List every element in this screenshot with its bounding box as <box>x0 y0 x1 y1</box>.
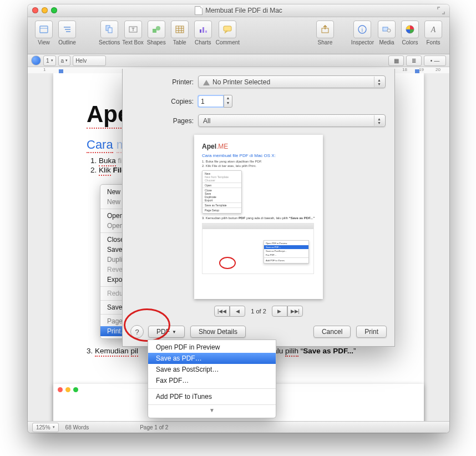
zoom-selector[interactable]: 125%▾ <box>32 423 59 432</box>
preview-nav-back: |◀◀ ◀ <box>214 306 245 317</box>
cancel-button[interactable]: Cancel <box>313 326 351 338</box>
menu-save-as-pdf[interactable]: Save as PDF… <box>148 353 276 364</box>
last-page-button[interactable]: ▶▶| <box>287 306 303 317</box>
warning-icon <box>203 80 210 85</box>
charts-icon <box>194 21 212 38</box>
svg-text:A: A <box>431 26 436 34</box>
toolbar-charts[interactable]: Charts <box>193 21 214 45</box>
show-details-button[interactable]: Show Details <box>190 326 246 338</box>
line-spacing-button[interactable]: ≣ <box>406 55 422 66</box>
list-button[interactable]: • — <box>424 55 446 66</box>
page-indicator: Page 1 of 2 <box>140 424 168 430</box>
menu-save-as-postscript[interactable]: Save as PostScript… <box>148 364 276 375</box>
print-preview: Apel.ME Cara membuat file PDF di Mac OS … <box>194 135 323 299</box>
toolbar-outline[interactable]: Outline <box>57 21 78 45</box>
preview-nav: |◀◀ ◀ 1 of 2 ▶ ▶▶| <box>194 306 323 317</box>
svg-point-10 <box>156 26 160 31</box>
printer-selector[interactable]: No Printer Selected ▲▼ <box>198 75 386 88</box>
styles-drawer-toggle[interactable] <box>31 55 41 65</box>
share-icon <box>316 21 334 38</box>
svg-rect-0 <box>40 26 48 33</box>
doc-page2-window-dots <box>58 387 78 392</box>
pdf-dropdown-button[interactable]: PDF▼ <box>148 326 185 338</box>
pages-selector[interactable]: All ▲▼ <box>198 114 386 127</box>
inspector-icon: i <box>353 21 371 38</box>
toolbar-colors[interactable]: Colors <box>399 21 421 45</box>
svg-text:T: T <box>131 27 135 32</box>
next-page-button[interactable]: ▶ <box>272 306 287 317</box>
toolbar-media[interactable]: Media <box>376 21 397 45</box>
table-icon <box>171 21 189 38</box>
sections-icon <box>100 21 118 38</box>
toolbar-sections[interactable]: Sections <box>99 21 120 45</box>
print-dialog: Printer: No Printer Selected ▲▼ Copies: … <box>122 69 395 347</box>
prev-page-button[interactable]: ◀ <box>230 306 245 317</box>
copies-stepper[interactable]: ▲▼ <box>224 95 232 108</box>
svg-rect-11 <box>176 26 184 33</box>
menu-fax-pdf[interactable]: Fax PDF… <box>148 375 276 386</box>
toolbar-view[interactable]: View <box>33 21 54 45</box>
svg-rect-18 <box>205 31 207 33</box>
pages-label: Pages: <box>131 117 198 125</box>
close-window-button[interactable] <box>32 7 38 13</box>
media-icon <box>378 21 396 38</box>
fonts-icon: A <box>424 21 442 38</box>
toolbar-textbox[interactable]: T Text Box <box>122 21 143 45</box>
menu-separator <box>148 388 276 389</box>
window-title-text: Membuat File PDF di Mac <box>205 7 282 14</box>
fullscreen-icon[interactable] <box>437 7 445 14</box>
svg-rect-16 <box>200 29 201 33</box>
window-controls <box>32 7 57 13</box>
toolbar-comment[interactable]: Comment <box>216 21 240 45</box>
toolbar-share[interactable]: Share <box>315 21 336 45</box>
line-spacing-selector[interactable]: 1 ▾ <box>43 55 56 66</box>
minimize-window-button[interactable] <box>42 7 48 13</box>
chevron-down-icon: ▼ <box>172 330 176 335</box>
textbox-icon: T <box>124 21 142 38</box>
copies-input[interactable] <box>198 95 224 107</box>
toolbar-inspector[interactable]: i Inspector <box>351 21 374 45</box>
colors-icon <box>401 21 419 38</box>
toolbar-fonts[interactable]: A Fonts <box>423 21 444 45</box>
print-dialog-actions: ? PDF▼ Show Details Cancel Print <box>130 325 387 338</box>
menu-more-indicator[interactable]: ▼ <box>148 407 276 413</box>
svg-rect-6 <box>108 28 112 33</box>
svg-rect-17 <box>202 27 204 33</box>
word-count: 68 Words <box>65 424 89 430</box>
shapes-icon <box>148 21 165 38</box>
status-bar: 125%▾ 68 Words Page 1 of 2 <box>28 421 449 433</box>
columns-button[interactable]: ▦ <box>388 55 404 66</box>
list-style-selector[interactable]: a ▾ <box>58 55 71 66</box>
menu-open-pdf-preview[interactable]: Open PDF in Preview <box>148 342 276 353</box>
menu-add-pdf-itunes[interactable]: Add PDF to iTunes <box>148 391 276 402</box>
svg-rect-9 <box>153 29 156 33</box>
first-page-button[interactable]: |◀◀ <box>214 306 230 317</box>
page-of-label: 1 of 2 <box>251 308 266 315</box>
titlebar: Membuat File PDF di Mac <box>28 4 449 17</box>
svg-point-24 <box>387 29 391 32</box>
comment-icon <box>219 21 236 38</box>
zoom-window-button[interactable] <box>51 7 57 13</box>
updown-arrows-icon: ▲▼ <box>374 115 384 126</box>
copies-label: Copies: <box>131 98 198 105</box>
font-family-selector[interactable]: Helv <box>73 55 106 66</box>
app-window: Membuat File PDF di Mac View Outline Sec… <box>28 4 449 433</box>
toolbar: View Outline Sections T Text Box Shapes … <box>28 17 449 54</box>
window-title: Membuat File PDF di Mac <box>195 6 282 15</box>
updown-arrows-icon: ▲▼ <box>374 77 384 87</box>
help-button[interactable]: ? <box>130 325 144 338</box>
preview-nav-fwd: ▶ ▶▶| <box>272 306 303 317</box>
menu-separator <box>148 404 276 405</box>
preview-mini-menu: New New from Template Chooser Open Close… <box>202 170 242 214</box>
format-bar-right: ▦ ≣ • — <box>388 55 446 66</box>
print-button[interactable]: Print <box>356 326 387 338</box>
toolbar-shapes[interactable]: Shapes <box>146 21 167 45</box>
printer-label: Printer: <box>131 78 198 86</box>
toolbar-table[interactable]: Table <box>169 21 190 45</box>
svg-text:i: i <box>362 27 363 33</box>
format-bar: 1 ▾ a ▾ Helv ▦ ≣ • — <box>28 54 449 67</box>
document-icon <box>195 6 202 15</box>
preview-inner-screenshot: Open PDF in Preview Save as PDF… Save as… <box>202 223 314 274</box>
pdf-dropdown-menu: Open PDF in Preview Save as PDF… Save as… <box>148 340 276 418</box>
view-icon <box>35 21 53 38</box>
